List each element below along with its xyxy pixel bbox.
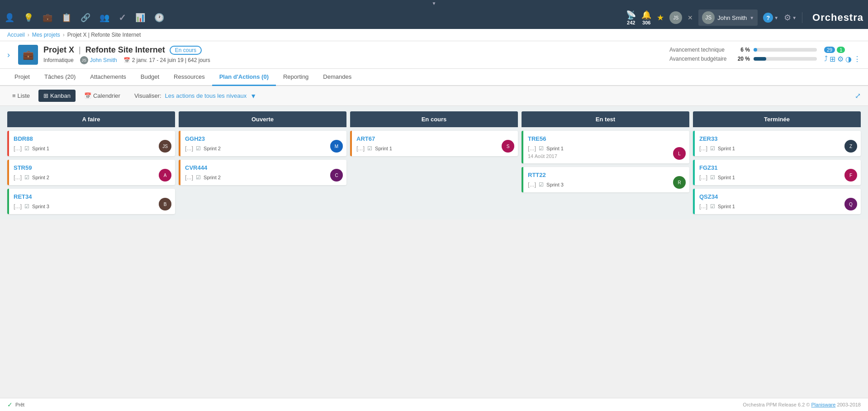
calendar-icon: 📅 — [84, 92, 91, 99]
rss-icon: 📡 — [626, 10, 636, 20]
planisware-link[interactable]: Planisware — [811, 402, 836, 407]
card-ggh23-check-icon: ☑ — [196, 145, 201, 152]
visualiser-label: Visualiser: — [134, 92, 161, 99]
card-fgz31-ellipsis: [...] — [699, 174, 707, 181]
card-qsz34-check-icon: ☑ — [710, 203, 715, 210]
config-icon[interactable]: ⚙ — [837, 55, 844, 63]
card-qsz34: QSZ34 [...] ☑ Sprint 1 Q — [693, 189, 861, 214]
card-str59-code[interactable]: STR59 — [14, 164, 32, 171]
project-dates-area: 📅 2 janv. 17 - 24 juin 19 | 642 jours — [123, 57, 210, 63]
card-rtt22-meta: [...] ☑ Sprint 3 — [528, 181, 685, 188]
user-avatar: JS — [702, 11, 715, 24]
project-owner-area: JS John Smith — [80, 56, 117, 64]
calendar-view-button[interactable]: 📅 Calendrier — [79, 90, 125, 102]
visualiser-link[interactable]: Les actions de tous les niveaux — [165, 92, 247, 99]
check-nav-icon[interactable]: ✓ — [119, 12, 126, 23]
settings-menu[interactable]: ⚙ ▼ — [784, 13, 797, 23]
tab-reporting[interactable]: Reporting — [276, 69, 316, 86]
avatar-icon[interactable]: JS — [669, 11, 682, 24]
project-icon: 💼 — [23, 49, 34, 60]
star-icon[interactable]: ★ — [657, 13, 664, 23]
visualiser-dropdown-icon[interactable]: ▼ — [250, 92, 256, 100]
card-ret34-code[interactable]: RET34 — [14, 193, 32, 200]
pie-chart-icon[interactable]: ◑ — [845, 55, 852, 63]
card-tre56-meta: [...] ☑ Sprint 1 — [528, 145, 685, 152]
briefcase-nav-icon[interactable]: 💼 — [43, 13, 52, 23]
kanban-view-button[interactable]: ⊞ Kanban — [38, 90, 76, 102]
progress-budget-pct: 20 % — [736, 56, 750, 62]
tab-budget[interactable]: Budget — [133, 69, 166, 86]
chart-nav-icon[interactable]: 📊 — [135, 13, 145, 23]
card-ggh23-code[interactable]: GGH23 — [185, 135, 205, 142]
breadcrumb-sep-1: › — [28, 32, 29, 38]
breadcrumb-sep-2: › — [63, 32, 65, 38]
card-zer33-avatar: Z — [844, 140, 857, 153]
list-label: Liste — [18, 92, 30, 99]
fullscreen-icon[interactable]: ⤢ — [855, 91, 861, 100]
column-encours-header: En cours — [350, 111, 518, 127]
card-zer33: ZER33 [...] ☑ Sprint 1 Z — [693, 131, 861, 156]
card-qsz34-code[interactable]: QSZ34 — [699, 193, 718, 200]
column-entest-header: En test — [522, 111, 689, 127]
user-nav-icon[interactable]: 👤 — [5, 13, 14, 23]
user-menu[interactable]: JS John Smith ▼ — [698, 10, 758, 26]
clock-nav-icon[interactable]: 🕐 — [154, 13, 164, 23]
footer-status-area: ✓ Prêt — [7, 401, 24, 408]
lightbulb-nav-icon[interactable]: 💡 — [24, 13, 33, 23]
card-bdr88: BDR88 [...] ☑ Sprint 1 JS — [7, 131, 175, 156]
card-rtt22-code[interactable]: RTT22 — [528, 172, 546, 178]
sitemap-nav-icon[interactable]: 🔗 — [81, 13, 90, 23]
sidebar-toggle-icon[interactable]: › — [7, 50, 10, 60]
card-str59-check-icon: ☑ — [24, 174, 29, 181]
footer-status-icon: ✓ — [7, 401, 13, 408]
tab-demandes[interactable]: Demandes — [316, 69, 359, 86]
card-rtt22: RTT22 [...] ☑ Sprint 3 R — [522, 167, 689, 192]
card-art67-avatar: S — [502, 140, 514, 153]
people-nav-icon[interactable]: 👥 — [100, 13, 109, 23]
rss-notification[interactable]: 📡 242 — [626, 10, 636, 25]
card-bdr88-code[interactable]: BDR88 — [14, 135, 33, 142]
progress-budget-bar-inner — [754, 57, 766, 61]
card-art67: ART67 [...] ☑ Sprint 1 S — [350, 131, 518, 156]
card-zer33-meta: [...] ☑ Sprint 1 — [699, 145, 856, 152]
kanban-icon: ⊞ — [43, 92, 48, 99]
user-name: John Smith — [717, 14, 747, 21]
card-tre56-code[interactable]: TRE56 — [528, 135, 546, 142]
tab-taches[interactable]: Tâches (20) — [37, 69, 83, 86]
breadcrumb-home[interactable]: Accueil — [7, 32, 25, 38]
breadcrumb-projects[interactable]: Mes projets — [32, 32, 60, 38]
project-title-row: Projet X | Refonte Site Internet En cour… — [43, 45, 664, 55]
card-tre56: TRE56 [...] ☑ Sprint 1 14 Août 2017 L — [522, 131, 689, 163]
card-art67-check-icon: ☑ — [367, 145, 372, 152]
clipboard-nav-icon[interactable]: 📋 — [62, 13, 71, 23]
card-art67-sprint: Sprint 1 — [375, 146, 392, 151]
card-fgz31-code[interactable]: FGZ31 — [699, 164, 717, 171]
card-qsz34-meta: [...] ☑ Sprint 1 — [699, 203, 856, 210]
tab-attachements[interactable]: Attachements — [83, 69, 133, 86]
close-icon[interactable]: ✕ — [688, 14, 693, 21]
project-separator: | — [79, 45, 81, 55]
share-icon[interactable]: ⤴ — [824, 55, 828, 63]
bell-notification[interactable]: 🔔 306 — [641, 10, 651, 25]
tab-projet[interactable]: Projet — [7, 69, 37, 86]
card-fgz31: FGZ31 [...] ☑ Sprint 1 F — [693, 160, 861, 185]
owner-avatar-initials: JS — [81, 58, 86, 62]
help-dropdown-icon: ▼ — [774, 15, 778, 20]
card-cvr444-code[interactable]: CVR444 — [185, 164, 207, 171]
card-art67-code[interactable]: ART67 — [356, 135, 375, 142]
card-str59-meta: [...] ☑ Sprint 2 — [14, 174, 171, 181]
list-view-button[interactable]: ≡ Liste — [7, 90, 35, 102]
collapse-arrow-icon[interactable]: ▼ — [432, 1, 436, 6]
bell-count: 306 — [642, 20, 650, 25]
card-fgz31-meta: [...] ☑ Sprint 1 — [699, 174, 856, 181]
card-zer33-code[interactable]: ZER33 — [699, 135, 717, 142]
help-menu[interactable]: ? ▼ — [763, 13, 778, 23]
card-cvr444-avatar: C — [330, 169, 343, 182]
project-header: › 💼 Projet X | Refonte Site Internet En … — [0, 41, 868, 69]
tab-plan-actions[interactable]: Plan d'Actions (0) — [212, 69, 276, 86]
project-owner-name[interactable]: John Smith — [90, 57, 117, 63]
expand-table-icon[interactable]: ⊞ — [830, 55, 835, 63]
tab-ressources[interactable]: Ressources — [166, 69, 212, 86]
card-tre56-check-icon: ☑ — [539, 145, 544, 152]
more-icon[interactable]: ⋮ — [854, 55, 861, 63]
